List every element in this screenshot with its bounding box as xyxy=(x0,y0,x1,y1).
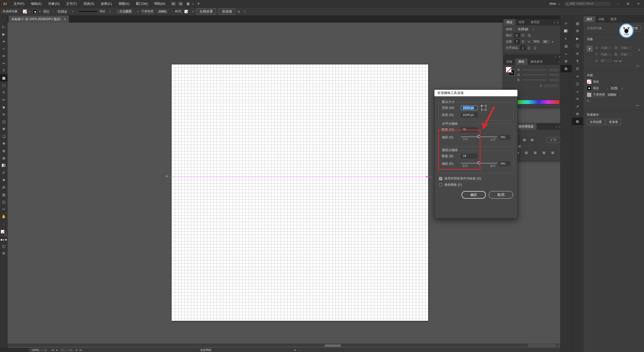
flip-horizontal-icon[interactable]: ▸◂ xyxy=(614,59,617,63)
panel-collapse-icon[interactable]: » xyxy=(555,125,557,128)
rectangle-tool[interactable]: ▢ xyxy=(0,81,8,89)
next-artboard-icon[interactable]: ▶ xyxy=(76,349,78,351)
intersect-button[interactable]: ⧉ xyxy=(521,137,527,143)
gradient-panel-icon[interactable] xyxy=(560,27,572,35)
close-button[interactable]: ✕ xyxy=(635,2,642,6)
tab-gradient[interactable]: 渐变 xyxy=(515,19,528,25)
opacity-swatch[interactable] xyxy=(587,93,591,97)
last-artboard-icon[interactable]: ▶| xyxy=(80,349,82,351)
symbols-panel-icon[interactable]: ◒ xyxy=(572,87,583,95)
fill-swatch-button[interactable]: ∨ xyxy=(23,10,30,14)
chevron-right-icon[interactable]: › xyxy=(620,94,621,96)
play-actions-icon[interactable]: ▶ xyxy=(572,35,583,42)
outline-button[interactable]: ⧉ xyxy=(541,150,547,155)
pen-tool[interactable]: ✒ xyxy=(0,52,8,60)
channel-value-field[interactable] xyxy=(548,78,560,82)
dialog-title-bar[interactable]: 矩形网格工具选项 xyxy=(434,90,517,96)
first-artboard-icon[interactable]: |◀ xyxy=(51,349,54,351)
menu-item[interactable]: 编辑(E) xyxy=(28,0,45,8)
artboard-number-field[interactable]: 1 ∨ xyxy=(59,348,74,352)
h-skew-field[interactable]: 0% xyxy=(499,135,510,140)
crop-button[interactable]: ⧉ xyxy=(532,150,538,155)
artboard-tool[interactable]: ◫ xyxy=(0,198,8,205)
exclude-button[interactable]: ⧉ xyxy=(529,137,535,143)
rectangular-grid-tool[interactable]: ▦ xyxy=(0,74,8,81)
gradient-tool[interactable] xyxy=(0,162,8,169)
links-panel-icon[interactable]: ∞ xyxy=(572,72,583,80)
more-options-icon[interactable]: ••• xyxy=(587,63,640,67)
tab-layers[interactable]: 图层 xyxy=(608,16,620,22)
style-swatch[interactable] xyxy=(184,10,188,13)
blend-tool[interactable]: ❖ xyxy=(0,176,8,184)
fill-grid-checkbox[interactable] xyxy=(439,183,442,187)
puppet-warp-tool[interactable]: ✚ xyxy=(0,125,8,133)
document-tab[interactable]: 未标题-1* @ 100% (RGB/GPU 预览) ✕ xyxy=(9,16,69,23)
curvature-tool[interactable]: ✑ xyxy=(0,60,8,67)
align-outside-button[interactable]: ⌊ xyxy=(532,46,538,50)
prev-artboard-icon[interactable]: ◀ xyxy=(56,349,57,351)
scrollbar-thumb[interactable] xyxy=(325,344,341,347)
align-panel-icon-2[interactable]: ≣ xyxy=(572,110,583,118)
tab-color-guide[interactable]: 颜色参考 xyxy=(528,59,546,65)
swatches-panel-icon[interactable]: ▤ xyxy=(560,42,572,50)
cap-butt-button[interactable]: ⊏ xyxy=(514,33,520,38)
chevron-down-icon[interactable]: ∨ xyxy=(72,10,74,13)
shaper-tool[interactable]: ✏ xyxy=(0,96,8,103)
tab-pathfinder[interactable]: 路径查找器 xyxy=(515,123,537,130)
draw-mode-button[interactable]: ◰ xyxy=(0,242,8,250)
direct-selection-tool[interactable]: ▶ xyxy=(0,30,8,38)
chevron-down-icon[interactable]: ∨ xyxy=(532,28,534,31)
cap-projecting-button[interactable]: ⊐ xyxy=(526,33,532,38)
tab-properties[interactable]: 属性 xyxy=(583,16,595,22)
minus-back-button[interactable]: ⧉ xyxy=(550,150,556,155)
mesh-tool[interactable]: ⊠ xyxy=(0,154,8,162)
tab-color[interactable]: 颜色 xyxy=(515,59,528,65)
x-field[interactable]: 0 px xyxy=(600,46,613,50)
stroke-link-label[interactable]: 描边: xyxy=(43,9,50,14)
menu-item[interactable]: 帮助(H) xyxy=(151,0,169,8)
fill-stroke-proxy[interactable] xyxy=(0,229,8,238)
zoom-tool[interactable]: ◌ xyxy=(0,220,8,227)
align-center-button[interactable]: ⌊ xyxy=(520,46,526,50)
preferences-button[interactable]: 首选项 xyxy=(606,119,621,125)
libraries-panel-icon[interactable]: ◫ xyxy=(572,80,583,87)
type-tool[interactable]: T xyxy=(0,67,8,74)
share-icon[interactable]: ✈ xyxy=(197,2,200,6)
fill-stroke-proxy[interactable] xyxy=(506,67,515,76)
preferences-button[interactable]: 首选项 xyxy=(219,8,235,15)
fill-none-swatch[interactable] xyxy=(506,67,511,72)
hex-field[interactable] xyxy=(543,83,559,88)
profile-label[interactable]: 等比 xyxy=(99,9,105,14)
perspective-grid-tool[interactable]: ⊞ xyxy=(0,147,8,154)
stroke-weight-field[interactable]: 0.25 xyxy=(610,86,619,91)
flip-vertical-icon[interactable]: ▴▾ xyxy=(619,59,622,63)
color-panel-icon[interactable]: ◒ xyxy=(560,50,572,57)
menu-item[interactable]: 文字(T) xyxy=(63,0,80,8)
opacity-field[interactable]: 100% xyxy=(607,93,617,97)
rotate-tool[interactable]: ↻ xyxy=(0,111,8,118)
cancel-button[interactable]: 取消 xyxy=(489,191,513,199)
menu-item[interactable]: 文件(F) xyxy=(10,0,28,8)
weight-stepper-icon[interactable]: ↕ xyxy=(514,28,515,31)
reference-point-icon[interactable] xyxy=(587,46,592,63)
paragraph-panel-icon[interactable]: ¶ xyxy=(572,57,583,65)
y-field[interactable]: 0 px xyxy=(600,52,613,57)
chevron-left-icon[interactable]: ‹ xyxy=(300,348,301,351)
eraser-tool[interactable]: ◆ xyxy=(0,103,8,111)
join-bevel-button[interactable]: ⌐ xyxy=(526,39,532,44)
menu-item[interactable]: 选择(S) xyxy=(80,0,97,8)
constrain-proportions-icon[interactable]: ⊘ xyxy=(638,48,640,63)
fill-swatch[interactable] xyxy=(587,79,591,84)
eyedropper-tool[interactable]: ✐ xyxy=(0,169,8,176)
menu-item[interactable]: 对象(O) xyxy=(45,0,63,8)
align-inside-button[interactable]: ⌊ xyxy=(526,46,532,50)
brush-definition-field[interactable]: · 3 点圆形 xyxy=(116,9,133,14)
chevron-right-icon[interactable]: › xyxy=(172,10,173,13)
height-field[interactable]: 0 px xyxy=(620,52,633,57)
stroke-swatch-button[interactable]: ∨ xyxy=(33,10,41,14)
stock-search-input[interactable]: 搜索 Adobe Stock xyxy=(564,1,611,6)
menu-item[interactable]: 视图(V) xyxy=(115,0,133,8)
restore-button[interactable]: ⧉ xyxy=(625,2,631,6)
chevron-down-icon[interactable]: ∨ xyxy=(558,344,560,347)
fill-none-swatch[interactable] xyxy=(1,230,5,234)
